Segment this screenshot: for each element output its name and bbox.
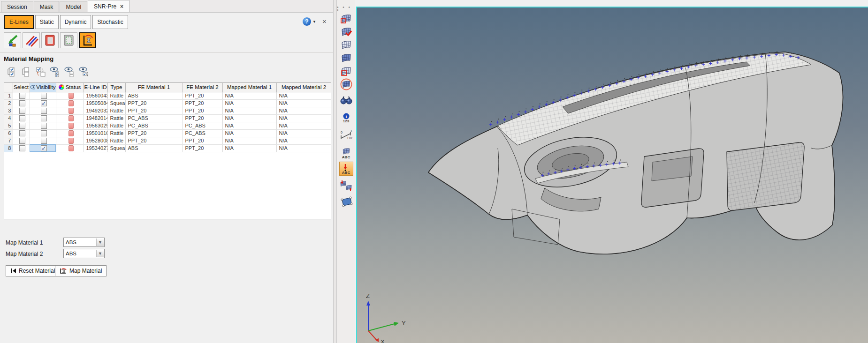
visibility-checkbox[interactable] (41, 130, 47, 136)
header-mapped-material-2[interactable]: Mapped Material 2 (276, 83, 331, 92)
import-elines-button[interactable] (4, 32, 21, 48)
header-type[interactable]: Type (107, 83, 125, 92)
select-checkbox[interactable] (19, 108, 25, 114)
map-material-2-select[interactable]: ABS ▼ (63, 249, 105, 258)
header-select[interactable]: Select (13, 83, 30, 92)
help-dropdown-icon[interactable]: ▼ (312, 20, 316, 24)
table-header-row: Select Visibility Status E-Line ID Type … (4, 83, 331, 92)
map-material-button[interactable]: Map Material (55, 265, 107, 276)
header-status[interactable]: Status (56, 83, 84, 92)
elines-button[interactable] (23, 32, 40, 48)
table-row[interactable]: 5 19563029 Rattle PC_ABS PC_ABS N/A N/A (4, 122, 331, 129)
visibility-cell[interactable] (30, 122, 56, 129)
reset-material-button[interactable]: Reset Material (6, 265, 60, 276)
help-icon[interactable]: ? (303, 17, 311, 26)
red-box-button[interactable] (41, 32, 59, 48)
select-cell[interactable] (13, 137, 30, 144)
table-row[interactable]: 4 19482014 Rattle PC_ABS PPT_20 N/A N/A (4, 114, 331, 122)
visibility-checkbox[interactable] (41, 100, 47, 106)
mesh-region-icon[interactable] (339, 65, 353, 77)
visibility-checkbox[interactable] (41, 93, 47, 99)
mesh-sync-icon[interactable] (339, 179, 353, 192)
fe-material-2-cell: PPT_20 (183, 144, 222, 152)
hide-checked-icon[interactable] (64, 66, 75, 77)
header-visibility[interactable]: Visibility (30, 83, 56, 92)
eline-table[interactable]: Select Visibility Status E-Line ID Type … (4, 82, 331, 219)
viewport-3d[interactable]: Z Y X (356, 7, 868, 343)
gray-box-icon (62, 34, 76, 47)
binoculars-icon[interactable] (339, 94, 353, 106)
select-checkbox[interactable] (19, 130, 25, 136)
select-cell[interactable] (13, 122, 30, 129)
visibility-checkbox[interactable] (41, 108, 47, 114)
gray-box-button[interactable] (60, 32, 77, 48)
select-cell[interactable] (13, 144, 30, 152)
visibility-cell[interactable] (30, 114, 56, 122)
table-row[interactable]: 8 19534027 Squeak ABS PPT_20 N/A N/A (4, 144, 331, 152)
header-mapped-material-1[interactable]: Mapped Material 1 (222, 83, 276, 92)
header-fe-material-1[interactable]: FE Material 1 (125, 83, 183, 92)
tab-session[interactable]: Session (1, 1, 33, 12)
mesh-wireframe-icon[interactable] (339, 39, 353, 51)
mesh-accept-icon[interactable] (339, 26, 353, 38)
tab-mask[interactable]: Mask (34, 1, 60, 12)
select-checkbox[interactable] (19, 115, 25, 121)
table-row[interactable]: 1 19560043 Rattle ABS PPT_20 N/A N/A (4, 92, 331, 99)
mesh-circle-icon[interactable] (339, 78, 353, 90)
tab-static[interactable]: Static (35, 15, 59, 29)
header-eline-id[interactable]: E-Line ID (84, 83, 107, 92)
select-cell[interactable] (13, 129, 30, 137)
visibility-cell[interactable] (30, 107, 56, 114)
select-cell[interactable] (13, 114, 30, 122)
sidebar-grip[interactable]: • • • • (337, 6, 355, 12)
panel-close-icon[interactable]: × (322, 19, 327, 24)
select-checkbox[interactable] (19, 123, 25, 129)
tab-dynamic[interactable]: Dynamic (60, 15, 91, 29)
table-row[interactable]: 7 19528008 Rattle PPT_20 PPT_20 N/A N/A (4, 137, 331, 144)
select-checkbox[interactable] (19, 100, 25, 106)
show-checked-icon[interactable] (49, 66, 61, 77)
header-fe-material-2[interactable]: FE Material 2 (183, 83, 222, 92)
select-checkbox[interactable] (19, 93, 25, 99)
table-row[interactable]: 6 19501010 Rattle PPT_20 PC_ABS N/A N/A (4, 129, 331, 137)
tab-e-lines[interactable]: E-Lines (4, 15, 34, 29)
measure-icon[interactable]: 0 1 +10' (339, 129, 353, 141)
visibility-cell[interactable] (30, 137, 56, 144)
tab-model[interactable]: Model (60, 1, 87, 12)
chevron-down-icon[interactable]: ▼ (96, 250, 104, 257)
visibility-cell[interactable] (30, 92, 56, 99)
toggle-visibility-icon[interactable] (78, 66, 90, 77)
select-cell[interactable] (13, 107, 30, 114)
panel-splitter[interactable] (333, 0, 337, 343)
table-row[interactable]: 2 19505084 Squeak PPT_20 PPT_20 N/A N/A (4, 99, 331, 107)
abc-arrow-icon[interactable]: ABC (339, 162, 353, 176)
sketch-plane-icon[interactable] (339, 195, 353, 208)
type-cell: Rattle (107, 122, 125, 129)
map-material-1-select[interactable]: ABS ▼ (63, 238, 105, 247)
visibility-checkbox[interactable] (41, 138, 47, 144)
select-checkbox[interactable] (19, 145, 25, 151)
select-checkbox[interactable] (19, 138, 25, 144)
visibility-cell[interactable] (30, 129, 56, 137)
table-row[interactable]: 3 19492032 Rattle PPT_20 PPT_20 N/A N/A (4, 107, 331, 114)
visibility-checkbox[interactable] (41, 115, 47, 121)
material-mapping-button[interactable] (79, 32, 96, 48)
tab-stochastic[interactable]: Stochastic (92, 15, 128, 29)
mesh-solid-icon[interactable] (339, 52, 353, 64)
mesh-select-icon[interactable] (339, 13, 353, 25)
visibility-cell[interactable] (30, 144, 56, 152)
info-123-icon[interactable]: i 123 (339, 110, 353, 125)
visibility-cell[interactable] (30, 99, 56, 107)
visibility-checkbox[interactable] (41, 123, 47, 129)
visibility-checkbox[interactable] (41, 145, 47, 151)
uncheck-all-icon[interactable] (20, 66, 31, 77)
tab-close-icon[interactable]: × (120, 4, 123, 9)
chevron-down-icon[interactable]: ▼ (96, 239, 104, 246)
tab-snr-pre[interactable]: SNR-Pre × (88, 0, 129, 12)
fe-material-1-cell: PPT_20 (125, 137, 183, 144)
select-cell[interactable] (13, 92, 30, 99)
mesh-abc-icon[interactable]: ABC (339, 145, 353, 161)
invert-check-icon[interactable] (35, 66, 46, 77)
select-cell[interactable] (13, 99, 30, 107)
check-all-icon[interactable] (6, 66, 17, 77)
